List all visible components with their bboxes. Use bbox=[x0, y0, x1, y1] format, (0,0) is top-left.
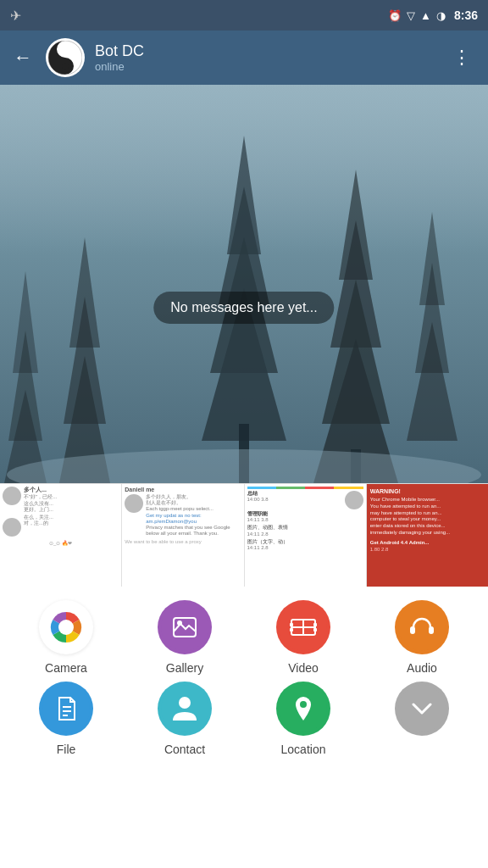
wifi-icon: ▽ bbox=[407, 9, 415, 22]
audio-circle bbox=[395, 600, 449, 654]
thumb-4[interactable]: WARNING! Your Chrome Mobile browser... Y… bbox=[367, 484, 488, 587]
no-messages-label: No messages here yet... bbox=[153, 292, 334, 324]
status-icons: ⏰ ▽ ▲ ◑ 8:36 bbox=[388, 8, 478, 22]
alarm-icon: ⏰ bbox=[388, 9, 402, 22]
chat-name: Bot DC bbox=[95, 42, 435, 60]
thumb-1[interactable]: 多个人... 不"好"，已经... 这么久没有... 更好。上门... 在么，关… bbox=[0, 484, 122, 587]
file-label: File bbox=[57, 743, 76, 756]
avatar bbox=[46, 38, 85, 77]
svg-rect-33 bbox=[290, 623, 293, 626]
video-item[interactable]: Video bbox=[244, 600, 363, 675]
svg-point-27 bbox=[58, 620, 74, 635]
thumb-3[interactable]: 总结 14:00 3.8 管理职能 14:11 3.8 图片、动图、表情 14:… bbox=[245, 484, 367, 587]
thumb-2[interactable]: Daniell me 多个好久人，朋友。 别人是在不好。 Each tggp-m… bbox=[122, 484, 244, 587]
camera-label: Camera bbox=[45, 661, 87, 675]
svg-rect-40 bbox=[410, 626, 415, 634]
audio-item[interactable]: Audio bbox=[363, 600, 481, 675]
signal-icon: ▲ bbox=[420, 9, 431, 22]
svg-rect-36 bbox=[313, 628, 317, 632]
more-circle bbox=[395, 682, 449, 736]
location-item[interactable]: Location bbox=[244, 682, 363, 756]
time-display: 8:36 bbox=[454, 8, 478, 22]
battery-icon: ◑ bbox=[436, 9, 446, 22]
file-item[interactable]: File bbox=[7, 682, 125, 756]
attachment-menu: Camera Gallery bbox=[0, 587, 488, 766]
video-circle bbox=[276, 600, 330, 654]
video-label: Video bbox=[288, 661, 319, 675]
svg-rect-41 bbox=[429, 626, 434, 634]
back-button[interactable]: ← bbox=[10, 43, 36, 72]
contact-label: Contact bbox=[164, 743, 205, 756]
svg-point-1 bbox=[62, 46, 69, 53]
gallery-circle bbox=[158, 600, 212, 654]
thumbnail-strip: 多个人... 不"好"，已经... 这么久没有... 更好。上门... 在么，关… bbox=[0, 483, 488, 587]
chat-background: No messages here yet... bbox=[0, 85, 488, 483]
location-circle bbox=[276, 682, 330, 736]
location-label: Location bbox=[281, 743, 326, 756]
more-options-button[interactable]: ⋮ bbox=[446, 43, 478, 72]
gallery-label: Gallery bbox=[166, 661, 203, 675]
svg-point-47 bbox=[179, 697, 191, 709]
svg-point-39 bbox=[398, 604, 446, 651]
chat-header: ← Bot DC online ⋮ bbox=[0, 31, 488, 85]
contact-item[interactable]: Contact bbox=[125, 682, 244, 756]
svg-rect-34 bbox=[290, 628, 293, 632]
contact-circle bbox=[158, 682, 212, 736]
gallery-item[interactable]: Gallery bbox=[125, 600, 244, 675]
camera-circle bbox=[39, 600, 93, 654]
svg-point-30 bbox=[177, 620, 182, 626]
svg-rect-35 bbox=[313, 623, 317, 626]
svg-point-2 bbox=[62, 63, 69, 70]
svg-point-50 bbox=[398, 685, 446, 732]
send-icon: ✈ bbox=[10, 8, 21, 24]
more-item[interactable] bbox=[363, 682, 481, 756]
chat-status: online bbox=[95, 60, 435, 73]
audio-label: Audio bbox=[407, 661, 437, 675]
fog-scene: No messages here yet... bbox=[0, 85, 488, 483]
svg-point-49 bbox=[300, 701, 307, 708]
svg-point-42 bbox=[42, 685, 90, 732]
camera-item[interactable]: Camera bbox=[7, 600, 125, 675]
icon-grid: Camera Gallery bbox=[7, 600, 481, 756]
status-bar: ✈ ⏰ ▽ ▲ ◑ 8:36 bbox=[0, 0, 488, 31]
file-circle bbox=[39, 682, 93, 736]
chat-info: Bot DC online bbox=[95, 42, 435, 73]
